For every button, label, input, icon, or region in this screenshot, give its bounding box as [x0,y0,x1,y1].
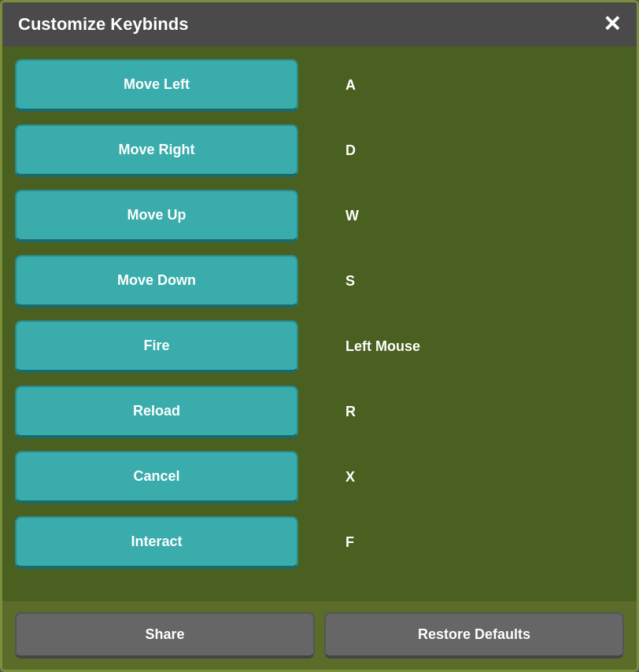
keybind-value-move-down: S [345,273,440,290]
keybind-button-move-right[interactable]: Move Right [15,124,298,177]
keybind-row: FireLeft Mouse [15,320,621,373]
keybind-value-move-up: W [345,208,440,224]
restore-defaults-button[interactable]: Restore Defaults [324,612,624,659]
keybind-value-move-right: D [345,142,440,159]
keybind-button-interact[interactable]: Interact [15,516,298,569]
dialog-content: Move LeftAMove RightDMove UpWMove DownSF… [2,46,637,601]
keybind-button-move-down[interactable]: Move Down [15,255,298,308]
dialog-header: Customize Keybinds ✕ [2,2,637,46]
keybind-row: CancelX [15,451,621,504]
keybind-button-reload[interactable]: Reload [15,386,298,438]
keybind-row: Move RightD [15,124,621,177]
keybind-value-reload: R [345,404,440,420]
keybind-value-interact: F [345,534,440,551]
keybind-row: Move LeftA [15,59,621,112]
keybind-button-move-up[interactable]: Move Up [15,190,298,242]
keybind-row: Move DownS [15,255,621,308]
keybind-button-move-left[interactable]: Move Left [15,59,298,112]
dialog-footer: Share Restore Defaults [2,601,637,670]
close-button[interactable]: ✕ [603,13,621,35]
customize-keybinds-dialog: Customize Keybinds ✕ Move LeftAMove Righ… [0,0,639,672]
keybind-value-fire: Left Mouse [345,338,440,355]
keybinds-scroll-area[interactable]: Move LeftAMove RightDMove UpWMove DownSF… [15,59,624,589]
keybind-value-move-left: A [345,77,440,94]
keybind-value-cancel: X [345,469,440,486]
keybind-row: ReloadR [15,386,621,438]
keybind-row: InteractF [15,516,621,569]
keybind-button-fire[interactable]: Fire [15,320,298,373]
dialog-title: Customize Keybinds [18,14,188,35]
keybind-row: Move UpW [15,190,621,242]
keybind-button-cancel[interactable]: Cancel [15,451,298,504]
share-button[interactable]: Share [15,612,315,659]
